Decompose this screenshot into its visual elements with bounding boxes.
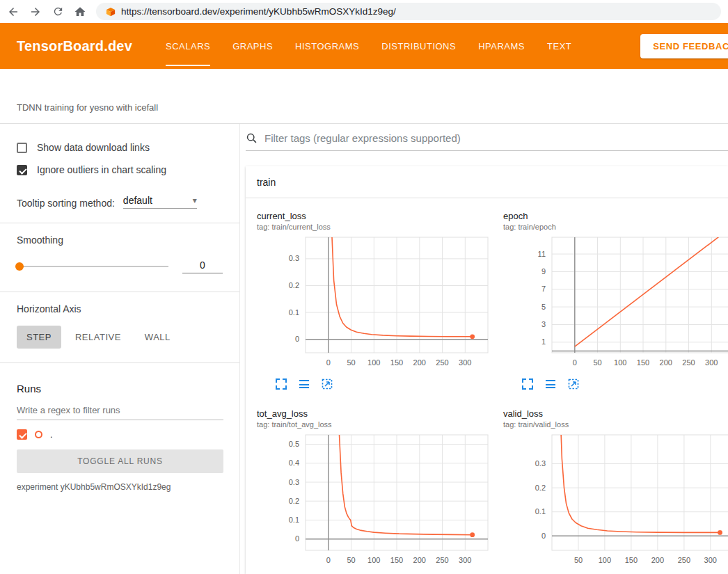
home-icon[interactable] <box>74 6 86 18</box>
line-chart[interactable]: 00.10.20.350100150200250300 <box>503 431 728 571</box>
toggle-log-scale-button[interactable] <box>298 378 310 390</box>
svg-text:0.4: 0.4 <box>289 459 299 467</box>
ignore-outliers-row[interactable]: Ignore outliers in chart scaling <box>0 159 239 181</box>
line-chart[interactable]: 00.10.20.3050100150200250300 <box>257 234 493 373</box>
smoothing-value-input[interactable]: 0 <box>182 260 223 273</box>
svg-text:0.1: 0.1 <box>535 507 546 516</box>
svg-text:0.5: 0.5 <box>289 440 299 448</box>
chart-card-epoch: epoch tag: train/epoch 13579110501001502… <box>503 211 728 390</box>
svg-text:100: 100 <box>367 358 380 367</box>
fit-domain-button[interactable] <box>567 378 580 390</box>
svg-text:9: 9 <box>541 267 546 276</box>
horizontal-axis-label: Horizontal Axis <box>0 302 239 321</box>
axis-wall-button[interactable]: WALL <box>135 326 180 349</box>
svg-text:0: 0 <box>573 358 577 367</box>
tab-graphs[interactable]: GRAPHS <box>232 23 273 69</box>
svg-text:3: 3 <box>541 320 546 328</box>
svg-text:11: 11 <box>538 250 546 258</box>
svg-text:0.1: 0.1 <box>289 308 299 317</box>
chevron-down-icon: ▾ <box>193 196 197 205</box>
svg-text:150: 150 <box>390 358 403 367</box>
tab-scalars[interactable]: SCALARS <box>166 23 210 69</box>
run-checkbox[interactable] <box>17 429 27 440</box>
url-text[interactable]: https://tensorboard.dev/experiment/yKUbh… <box>121 6 396 17</box>
run-list-item[interactable]: . <box>0 420 239 441</box>
axis-relative-button[interactable]: RELATIVE <box>65 326 131 349</box>
toggle-log-scale-button[interactable] <box>544 378 557 390</box>
tooltip-sorting-select[interactable]: default ▾ <box>123 195 197 209</box>
tab-text[interactable]: TEXT <box>547 23 571 69</box>
chart-tag: tag: train/epoch <box>503 223 728 231</box>
smoothing-label: Smoothing <box>0 233 239 253</box>
send-feedback-button[interactable]: SEND FEEDBACK <box>640 34 728 58</box>
show-download-links-row[interactable]: Show data download links <box>0 136 239 159</box>
tag-filter-input[interactable] <box>264 132 728 144</box>
chart-title: epoch <box>503 211 728 221</box>
settings-sidebar: Show data download links Ignore outliers… <box>0 124 240 574</box>
app-window: https://tensorboard.dev/experiment/yKUbh… <box>0 0 728 574</box>
svg-text:150: 150 <box>390 556 403 564</box>
main-panel: train current_loss tag: train/current_lo… <box>240 124 728 574</box>
nav-tabs: SCALARS GRAPHS HISTOGRAMS DISTRIBUTIONS … <box>166 23 571 69</box>
show-download-links-label: Show data download links <box>37 142 150 153</box>
chart-card-valid-loss: valid_loss tag: train/valid_loss 00.10.2… <box>503 408 728 574</box>
svg-text:200: 200 <box>413 556 426 564</box>
svg-text:200: 200 <box>651 556 664 564</box>
ignore-outliers-checkbox[interactable] <box>17 165 27 175</box>
smoothing-slider-thumb[interactable] <box>15 262 24 271</box>
tab-hparams[interactable]: HPARAMS <box>478 23 525 69</box>
svg-text:100: 100 <box>599 556 611 564</box>
toggle-all-runs-button[interactable]: TOGGLE ALL RUNS <box>17 449 223 473</box>
chart-card-current-loss: current_loss tag: train/current_loss 00.… <box>257 211 493 390</box>
tooltip-sorting-label: Tooltip sorting method: <box>17 198 115 209</box>
expand-chart-button[interactable] <box>521 378 534 390</box>
fit-domain-button[interactable] <box>321 378 333 390</box>
browser-chrome: https://tensorboard.dev/experiment/yKUbh… <box>0 0 728 23</box>
svg-text:0: 0 <box>326 556 331 564</box>
svg-text:300: 300 <box>704 556 717 564</box>
svg-text:0.3: 0.3 <box>289 254 299 262</box>
line-chart[interactable]: 1357911050100150200250300 <box>503 234 728 373</box>
line-chart[interactable]: 00.10.20.30.40.5050100150200250300 <box>257 431 493 571</box>
run-color-swatch <box>35 431 42 438</box>
search-icon <box>246 132 258 144</box>
experiment-id: experiment yKUbhb5wRmOSXYkId1z9eg <box>0 473 239 501</box>
app-logo: TensorBoard.dev <box>17 38 132 54</box>
svg-text:200: 200 <box>413 358 426 367</box>
svg-text:0.1: 0.1 <box>289 516 299 524</box>
svg-text:0.3: 0.3 <box>289 478 299 486</box>
section-header-train[interactable]: train <box>246 166 728 198</box>
svg-text:250: 250 <box>678 556 690 564</box>
svg-text:0: 0 <box>541 532 546 540</box>
ignore-outliers-label: Ignore outliers in chart scaling <box>37 164 166 175</box>
tooltip-sorting-value: default <box>123 195 152 206</box>
svg-text:200: 200 <box>660 358 672 367</box>
svg-text:50: 50 <box>347 556 355 564</box>
chart-title: valid_loss <box>503 408 728 419</box>
runs-section-label: Runs <box>0 373 239 396</box>
back-icon[interactable] <box>7 6 19 18</box>
svg-text:50: 50 <box>574 556 583 564</box>
forward-icon[interactable] <box>29 6 42 18</box>
axis-step-button[interactable]: STEP <box>17 326 61 349</box>
divider <box>0 362 239 363</box>
show-download-links-checkbox[interactable] <box>17 143 27 153</box>
svg-text:50: 50 <box>593 358 601 367</box>
chart-tag: tag: train/valid_loss <box>503 420 728 429</box>
svg-text:100: 100 <box>614 358 626 367</box>
reload-icon[interactable] <box>52 6 64 18</box>
divider <box>0 223 239 223</box>
svg-text:0.2: 0.2 <box>535 484 546 492</box>
svg-text:0.3: 0.3 <box>535 459 546 468</box>
experiment-strip: TDNN training for yesno with icefall <box>0 69 728 124</box>
svg-text:0: 0 <box>326 358 331 367</box>
address-bar[interactable]: https://tensorboard.dev/experiment/yKUbh… <box>96 3 721 20</box>
svg-text:0.2: 0.2 <box>289 281 299 289</box>
tab-histograms[interactable]: HISTOGRAMS <box>295 23 359 69</box>
expand-chart-button[interactable] <box>275 378 287 390</box>
svg-text:100: 100 <box>367 556 380 564</box>
runs-filter-input[interactable] <box>17 400 223 420</box>
tab-distributions[interactable]: DISTRIBUTIONS <box>381 23 456 69</box>
svg-text:0: 0 <box>295 335 299 343</box>
smoothing-slider[interactable] <box>17 266 168 267</box>
